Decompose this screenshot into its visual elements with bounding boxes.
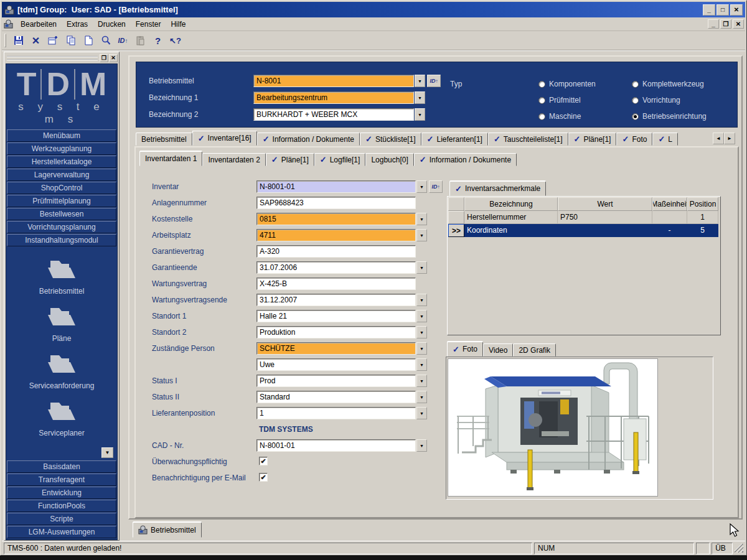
inventar-tab[interactable]: Inventardaten 2 — [202, 153, 265, 166]
field-value[interactable]: A-320 — [256, 245, 416, 258]
dropdown-arrow-icon[interactable]: ▼ — [416, 310, 427, 322]
typ-radio[interactable]: Vorrichtung — [632, 92, 707, 108]
cell-bezeichnung[interactable]: Herstellernummer — [464, 211, 558, 224]
id-lookup-button[interactable]: ID↑ — [429, 180, 443, 193]
field-value[interactable]: 31.12.2007 — [256, 294, 416, 306]
tab-scroll-left-icon[interactable]: ◄ — [713, 133, 724, 144]
mdi-close-icon[interactable]: ✕ — [733, 19, 744, 29]
sidebar-nav-button[interactable]: Bestellwesen — [7, 208, 116, 220]
sidebar-nav-button[interactable]: Lagerverwaltung — [7, 169, 116, 181]
record-tab[interactable]: Betriebsmittel — [136, 133, 192, 146]
field-value[interactable]: SCHÜTZE — [256, 342, 416, 355]
copy-icon[interactable] — [63, 33, 78, 48]
field-value[interactable]: 0815 — [256, 213, 416, 225]
form-checkbox[interactable]: ✔ — [259, 473, 268, 482]
sidebar-nav-button[interactable]: Prüfmittelplanung — [7, 195, 116, 207]
sidebar-close-icon[interactable]: ✕ — [109, 54, 118, 62]
cell-wert[interactable] — [558, 224, 652, 237]
sidebar-nav-button[interactable]: Menübaum — [7, 129, 116, 142]
column-header[interactable]: Maßeinheit — [652, 197, 687, 211]
tab-scroll-right-icon[interactable]: ► — [724, 133, 735, 144]
column-header[interactable] — [448, 197, 464, 211]
column-header[interactable]: Bezeichnung — [464, 197, 558, 211]
context-help-icon[interactable]: ↖? — [167, 33, 183, 48]
minimize-icon[interactable]: _ — [703, 4, 715, 16]
column-header[interactable]: Position — [687, 197, 718, 211]
toolbar-grip[interactable] — [4, 34, 6, 47]
mdi-restore-icon[interactable]: ❐ — [720, 19, 731, 29]
field-value[interactable]: Produktion — [256, 326, 416, 338]
field-value[interactable]: Uwe — [256, 358, 416, 371]
cell-wert[interactable]: P750 — [558, 211, 652, 224]
sidebar-nav-button[interactable]: Herstellerkataloge — [7, 156, 116, 168]
dropdown-arrow-icon[interactable]: ▼ — [415, 91, 425, 104]
sidebar-expand-icon[interactable]: ❐ — [100, 54, 108, 62]
header-field-value[interactable]: BURKHARDT + WEBER MCX — [253, 108, 414, 121]
field-value[interactable]: N-8001-01 — [256, 439, 416, 452]
mdi-minimize-icon[interactable]: _ — [708, 19, 719, 29]
sidebar-nav-button[interactable]: Basisdaten — [7, 460, 116, 473]
form-checkbox[interactable]: ✔ — [259, 457, 268, 465]
record-tab[interactable]: ✓ Lieferanten[1] — [421, 133, 488, 146]
field-value[interactable]: X-425-B — [256, 278, 416, 290]
id-lookup-button[interactable]: ID↑ — [427, 75, 441, 87]
sidebar-nav-button[interactable]: Entwicklung — [7, 487, 116, 499]
inventar-tab[interactable]: ✓ Pläne[1] — [266, 153, 314, 166]
maximize-icon[interactable]: □ — [716, 4, 729, 16]
inventar-tab[interactable]: ✓ Information / Dokumente — [414, 153, 517, 166]
dropdown-arrow-icon[interactable]: ▼ — [416, 229, 427, 241]
cell-position[interactable]: 1 — [687, 211, 718, 224]
media-tab[interactable]: ✓ Foto — [447, 342, 483, 357]
dropdown-arrow-icon[interactable]: ▼ — [416, 407, 427, 419]
media-tab[interactable]: Video — [483, 343, 513, 357]
media-tab[interactable]: 2D Grafik — [513, 343, 556, 357]
sidebar-folder-item[interactable]: Serviceplaner — [39, 399, 84, 437]
sidebar-nav-button[interactable]: ShopControl — [7, 182, 116, 194]
typ-radio[interactable]: Komponenten — [538, 76, 632, 92]
cell-position[interactable]: 5 — [687, 224, 718, 237]
sidebar-nav-button[interactable]: Vorrichtungsplanung — [7, 221, 116, 233]
field-value[interactable]: Halle 21 — [256, 310, 416, 322]
field-value[interactable]: Prod — [256, 375, 416, 387]
sidebar-nav-button[interactable]: FunctionPools — [7, 500, 116, 512]
typ-radio[interactable]: Maschine — [538, 108, 632, 124]
record-tab[interactable]: ✓ Tauschteileliste[1] — [488, 133, 568, 146]
sidebar-grip[interactable] — [7, 56, 98, 60]
resize-grip[interactable] — [735, 544, 743, 553]
new-record-icon[interactable] — [45, 33, 61, 48]
record-tab[interactable]: ✓ Inventare[16] — [192, 131, 257, 146]
folder-scroll-icon[interactable]: ▼ — [101, 447, 113, 458]
save-icon[interactable] — [11, 33, 26, 48]
field-value[interactable]: SAP9688423 — [256, 197, 416, 209]
field-value[interactable]: Standard — [256, 391, 416, 403]
dropdown-arrow-icon[interactable]: ▼ — [416, 375, 427, 387]
record-tab[interactable]: ✓ Pläne[1] — [568, 133, 617, 146]
new-document-icon[interactable] — [80, 33, 96, 48]
dropdown-arrow-icon[interactable]: ▼ — [416, 391, 427, 403]
sidebar-nav-button[interactable]: Scripte — [7, 513, 116, 525]
field-value[interactable]: 1 — [256, 407, 416, 419]
sidebar-folder-item[interactable]: Pläne — [45, 304, 78, 343]
record-tab[interactable]: ✓ L — [652, 133, 678, 146]
cell-masseinheit[interactable] — [652, 211, 687, 224]
dropdown-arrow-icon[interactable]: ▼ — [416, 326, 427, 338]
close-icon[interactable]: ✕ — [730, 4, 743, 16]
dropdown-arrow-icon[interactable]: ▼ — [415, 108, 425, 121]
typ-radio[interactable]: Prüfmittel — [538, 92, 632, 108]
dropdown-arrow-icon[interactable]: ▼ — [416, 180, 427, 193]
column-header[interactable]: Wert — [558, 197, 652, 211]
merkmale-tab[interactable]: ✓ Inventarsachmerkmale — [449, 181, 546, 196]
field-value[interactable]: N-8001-01 — [256, 180, 416, 193]
sidebar-folder-item[interactable]: Betriebsmittel — [39, 257, 85, 296]
cell-bezeichnung[interactable]: Koordinaten — [464, 224, 558, 237]
record-tab[interactable]: ✓ Stückliste[1] — [360, 133, 421, 146]
menu-item[interactable]: Fenster — [131, 18, 166, 30]
help-icon[interactable]: ? — [150, 33, 166, 48]
header-field-value[interactable]: Bearbeitungszentrum — [253, 91, 414, 104]
inventar-tab[interactable]: ✓ Logfile[1] — [314, 153, 366, 166]
dropdown-arrow-icon[interactable]: ▼ — [416, 261, 427, 274]
dropdown-arrow-icon[interactable]: ▼ — [416, 358, 427, 371]
search-icon[interactable] — [98, 33, 113, 48]
menu-item[interactable]: Hilfe — [166, 18, 190, 30]
sidebar-nav-button[interactable]: Instandhaltungsmodul — [7, 234, 116, 246]
